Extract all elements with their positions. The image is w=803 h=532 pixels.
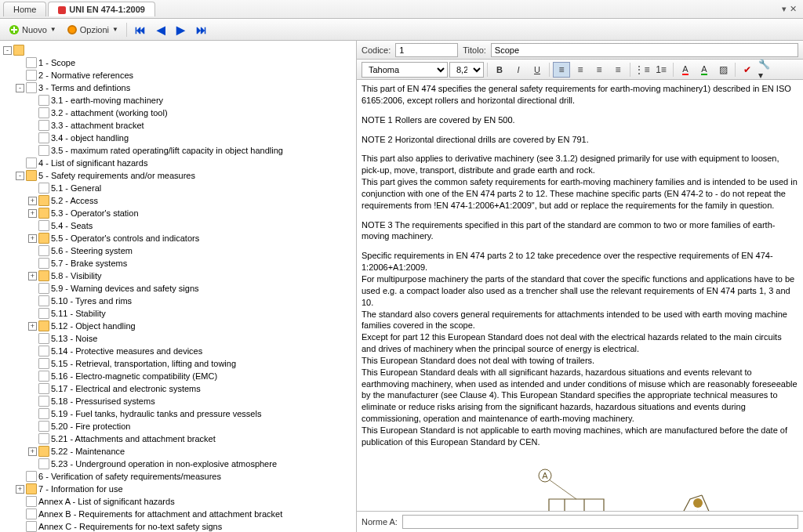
norme-input[interactable] xyxy=(402,515,798,529)
tree-node[interactable]: 5.13 - Noise xyxy=(28,332,356,345)
title-input[interactable] xyxy=(491,43,798,57)
collapse-icon[interactable]: - xyxy=(16,172,24,180)
tree-node[interactable]: 5.20 - Fire protection xyxy=(28,420,356,432)
tree-node-label: Annex C - Requirements for no-text safet… xyxy=(38,522,222,531)
tree-spacer xyxy=(28,259,37,268)
page-icon xyxy=(38,383,49,394)
align-center-button[interactable]: ≡ xyxy=(572,62,589,78)
close-icon[interactable]: ✕ xyxy=(790,4,797,14)
tree-node-label: 5.3 - Operator's station xyxy=(51,208,139,218)
tree-node[interactable]: +5.12 - Object handling xyxy=(28,320,356,332)
tree-node[interactable]: 5.7 - Brake systems xyxy=(28,257,356,270)
tree-node[interactable]: 5.21 - Attachments and attachment bracke… xyxy=(28,432,356,445)
tree-node[interactable]: 5.11 - Stability xyxy=(28,307,356,320)
dropdown-icon[interactable]: ▾ xyxy=(782,4,787,14)
tree-node[interactable]: +5.8 - Visibility xyxy=(28,270,356,282)
expand-icon[interactable]: + xyxy=(28,447,37,456)
tree-node[interactable]: 3.1 - earth-moving machinery xyxy=(28,94,356,107)
align-justify-button[interactable]: ≡ xyxy=(609,62,627,78)
tree-node[interactable]: 5.9 - Warning devices and safety signs xyxy=(28,282,356,295)
tree-node-label: 5 - Safety requirements and/or measures xyxy=(38,171,195,180)
align-right-button[interactable]: ≡ xyxy=(590,62,608,78)
font-color-button[interactable]: A xyxy=(677,62,694,78)
nav-first-button[interactable]: ⏮ xyxy=(130,21,151,38)
page-icon xyxy=(38,283,49,294)
expand-icon[interactable]: + xyxy=(28,234,37,243)
tree-node[interactable]: 3.5 - maximum rated operating/lift capac… xyxy=(28,144,356,157)
tree-node[interactable]: 5.14 - Protective measures and devices xyxy=(28,345,356,357)
tree-node[interactable]: 5.4 - Seats xyxy=(28,219,356,232)
bold-button[interactable]: B xyxy=(491,62,508,78)
size-select[interactable]: 8,25 xyxy=(449,62,484,78)
numbering-button[interactable]: 1≡ xyxy=(652,62,670,78)
tree-node[interactable]: 5.10 - Tyres and rims xyxy=(28,295,356,307)
tree-node[interactable]: -5 - Safety requirements and/or measures xyxy=(16,169,356,182)
tree-node[interactable]: 5.6 - Steering system xyxy=(28,244,356,257)
tree-node[interactable]: 5.15 - Retrieval, transportation, liftin… xyxy=(28,357,356,370)
tree-node[interactable]: 5.23 - Underground operation in non-expl… xyxy=(28,458,356,470)
spellcheck-button[interactable]: ✔ xyxy=(739,62,756,78)
tree-node[interactable]: 3.4 - object handling xyxy=(28,132,356,144)
new-button[interactable]: Nuovo▼ xyxy=(5,23,61,37)
tree-node[interactable]: 3.3 - attachment bracket xyxy=(28,119,356,132)
collapse-icon[interactable]: - xyxy=(16,84,24,92)
tab-active-label: UNI EN 474-1:2009 xyxy=(69,5,145,14)
tree-node[interactable]: +5.22 - Maintenance xyxy=(28,445,356,458)
tree-node-label: 5.11 - Stability xyxy=(51,309,106,318)
expand-icon[interactable]: + xyxy=(28,322,37,331)
tree-node[interactable]: - xyxy=(3,44,356,56)
tree-node[interactable]: 5.1 - General xyxy=(28,182,356,194)
font-select[interactable]: Tahoma xyxy=(362,62,448,78)
tree-node[interactable]: 2 - Normative references xyxy=(16,69,356,81)
tree-node-label: Annex A - List of significant hazards xyxy=(38,497,175,506)
tab-home[interactable]: Home xyxy=(3,2,46,16)
tree-node[interactable]: 1 - Scope xyxy=(16,56,356,69)
tree-node[interactable]: Annex C - Requirements for no-text safet… xyxy=(16,520,356,532)
tree-node[interactable]: +7 - Information for use xyxy=(16,483,356,495)
nav-prev-button[interactable]: ◀ xyxy=(152,21,170,38)
code-input[interactable] xyxy=(395,43,458,57)
page-icon xyxy=(38,421,49,432)
tree-node-label: 1 - Scope xyxy=(38,58,75,67)
align-left-button[interactable]: ≡ xyxy=(553,62,570,78)
expand-icon[interactable]: + xyxy=(28,209,37,218)
highlight-button[interactable]: A xyxy=(696,62,713,78)
tree-node[interactable]: 3.2 - attachment (working tool) xyxy=(28,107,356,119)
page-icon xyxy=(38,371,49,382)
tree-node[interactable]: -3 - Terms and defintions xyxy=(16,81,356,94)
expand-icon[interactable]: + xyxy=(28,197,37,205)
tree-node[interactable]: Annex B - Requirements for attachment an… xyxy=(16,508,356,520)
tree-panel[interactable]: -1 - Scope2 - Normative references-3 - T… xyxy=(0,41,357,532)
tree-node-label: 5.23 - Underground operation in non-expl… xyxy=(51,459,277,469)
underline-button[interactable]: U xyxy=(529,62,546,78)
page-icon xyxy=(38,346,49,356)
tree-node[interactable]: 5.16 - Electro-magnetic compatibility (E… xyxy=(28,370,356,382)
tree-node[interactable]: +5.5 - Operator's controls and indicator… xyxy=(28,232,356,244)
tree-node[interactable]: 6 - Verification of safety requirements/… xyxy=(16,470,356,483)
tree-node[interactable]: 5.17 - Electrical and electronic systems xyxy=(28,382,356,395)
tree-node[interactable]: Annex A - List of significant hazards xyxy=(16,495,356,508)
collapse-icon[interactable]: - xyxy=(3,46,12,55)
more-button[interactable]: 🔧▾ xyxy=(758,62,775,78)
tab-active[interactable]: UNI EN 474-1:2009 xyxy=(48,2,155,16)
tree-node[interactable]: +5.2 - Access xyxy=(28,194,356,207)
tree-node[interactable]: 5.19 - Fuel tanks, hydraulic tanks and p… xyxy=(28,407,356,420)
page-icon xyxy=(38,408,49,419)
page-icon xyxy=(26,496,37,507)
nav-last-button[interactable]: ⏭ xyxy=(191,21,212,38)
content-p4: This part also applies to derivative mac… xyxy=(362,153,798,211)
background-button[interactable]: ▨ xyxy=(714,62,732,78)
tree-node[interactable]: 4 - List of significant hazards xyxy=(16,157,356,169)
tree-node[interactable]: +5.3 - Operator's station xyxy=(28,207,356,219)
expand-icon[interactable]: + xyxy=(16,485,24,494)
content-area[interactable]: This part of EN 474 specifies the genera… xyxy=(357,80,803,511)
tree-node[interactable]: 5.18 - Pressurised systems xyxy=(28,395,356,407)
folder-icon xyxy=(38,208,49,219)
bullets-button[interactable]: ⋮≡ xyxy=(634,62,651,78)
nav-next-button[interactable]: ▶ xyxy=(172,21,190,38)
italic-button[interactable]: I xyxy=(510,62,527,78)
expand-icon[interactable]: + xyxy=(28,272,37,280)
options-button[interactable]: Opzioni▼ xyxy=(63,23,123,37)
tree-node-label: 5.18 - Pressurised systems xyxy=(51,396,155,406)
chevron-down-icon: ▼ xyxy=(50,26,56,33)
